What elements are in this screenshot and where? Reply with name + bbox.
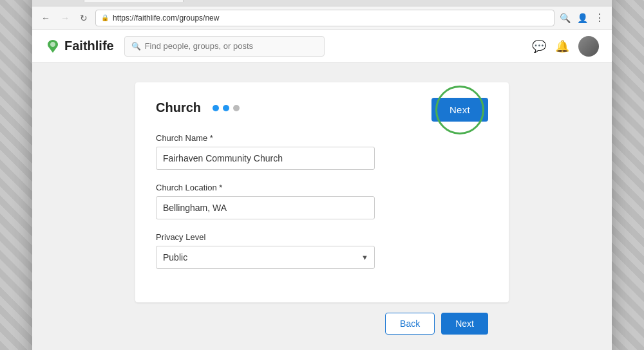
church-name-input[interactable] bbox=[156, 147, 375, 170]
tab-area: F Church - Faithlife ✕ + bbox=[84, 0, 604, 2]
step-dots bbox=[213, 105, 240, 111]
address-bar: ← → ↻ 🔒 https://faithlife.com/groups/new… bbox=[32, 6, 612, 30]
privacy-select-wrapper: Public Private Hidden ▼ bbox=[156, 246, 375, 269]
toolbar-icons: 🔍 👤 ⋮ bbox=[560, 12, 605, 24]
form-card: Church Next Church Name * bbox=[135, 82, 509, 302]
next-button-footer[interactable]: Next bbox=[441, 313, 488, 335]
back-button[interactable]: Back bbox=[385, 313, 435, 335]
menu-icon[interactable]: ⋮ bbox=[594, 12, 605, 24]
main-content: Church Next Church Name * bbox=[32, 63, 612, 350]
logo-text: Faithlife bbox=[64, 39, 114, 53]
search-icon: 🔍 bbox=[131, 42, 141, 51]
church-location-label: Church Location * bbox=[156, 183, 488, 192]
faithlife-logo[interactable]: Faithlife bbox=[45, 39, 114, 54]
form-title: Church bbox=[156, 100, 201, 115]
refresh-button[interactable]: ↻ bbox=[77, 12, 90, 24]
back-nav-button[interactable]: ← bbox=[39, 12, 53, 24]
step-dot-2 bbox=[223, 105, 229, 111]
url-text: https://faithlife.com/groups/new bbox=[113, 14, 219, 23]
next-button-header-wrapper: Next bbox=[431, 98, 488, 122]
messages-icon[interactable]: 💬 bbox=[532, 39, 546, 53]
search-bar[interactable]: 🔍 bbox=[124, 36, 325, 57]
profile-icon[interactable]: 👤 bbox=[577, 13, 588, 23]
browser-window: F Church - Faithlife ✕ + ← → ↻ 🔒 https:/… bbox=[32, 0, 612, 350]
lock-icon: 🔒 bbox=[101, 14, 109, 21]
user-avatar[interactable] bbox=[578, 36, 599, 57]
privacy-level-label: Privacy Level bbox=[156, 232, 488, 242]
privacy-select[interactable]: Public Private Hidden bbox=[156, 246, 375, 269]
faithlife-header: Faithlife 🔍 💬 🔔 bbox=[32, 30, 612, 63]
search-input[interactable] bbox=[145, 41, 318, 51]
privacy-level-field: Privacy Level Public Private Hidden ▼ bbox=[156, 232, 488, 269]
faithlife-logo-icon bbox=[45, 39, 61, 54]
url-bar[interactable]: 🔒 https://faithlife.com/groups/new bbox=[95, 10, 554, 26]
step-dot-3 bbox=[233, 105, 240, 111]
header-icons: 💬 🔔 bbox=[532, 36, 599, 57]
church-name-field: Church Name * bbox=[156, 133, 488, 170]
new-tab-button[interactable]: + bbox=[186, 0, 197, 1]
next-button-header[interactable]: Next bbox=[431, 98, 488, 122]
zoom-icon[interactable]: 🔍 bbox=[560, 13, 571, 23]
step-dot-1 bbox=[213, 105, 219, 111]
active-tab[interactable]: F Church - Faithlife ✕ bbox=[84, 0, 184, 2]
church-name-label: Church Name * bbox=[156, 133, 488, 143]
church-location-field: Church Location * bbox=[156, 183, 488, 219]
title-bar: F Church - Faithlife ✕ + bbox=[32, 0, 612, 6]
form-footer: Back Next bbox=[135, 302, 509, 347]
next-circle-highlight: Next bbox=[431, 98, 488, 122]
church-location-input[interactable] bbox=[156, 196, 375, 219]
forward-nav-button[interactable]: → bbox=[58, 12, 72, 24]
notifications-icon[interactable]: 🔔 bbox=[555, 39, 569, 53]
